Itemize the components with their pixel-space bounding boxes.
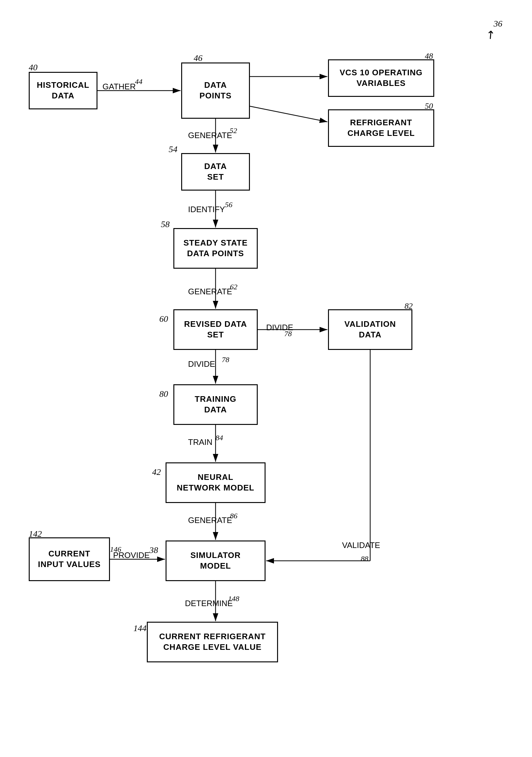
ref-148: 148	[228, 594, 239, 603]
generate-label-86: GENERATE	[188, 516, 232, 525]
figure-number: 36	[493, 19, 502, 29]
steady-state-box: STEADY STATEDATA POINTS	[173, 228, 258, 269]
ref-88: 88	[361, 555, 368, 563]
refrigerant-charge-box: REFRIGERANTCHARGE LEVEL	[328, 109, 434, 147]
ref-52: 52	[230, 127, 237, 135]
simulator-model-box: SIMULATORMODEL	[165, 540, 266, 581]
revised-data-set-box: REVISED DATASET	[173, 309, 258, 350]
ref-146: 146	[110, 545, 121, 554]
ref-56: 56	[225, 200, 232, 209]
ref-80: 80	[159, 389, 168, 399]
generate-label-62: GENERATE	[188, 287, 232, 296]
current-refrigerant-box: CURRENT REFRIGERANTCHARGE LEVEL VALUE	[147, 622, 278, 662]
ref-48: 48	[425, 51, 433, 61]
data-set-box: DATASET	[181, 153, 250, 191]
ref-142: 142	[29, 529, 42, 539]
identify-label: IDENTIFY	[188, 205, 225, 214]
ref-50: 50	[425, 102, 433, 111]
ref-46: 46	[194, 53, 202, 63]
ref-86: 86	[230, 512, 237, 520]
svg-line-3	[250, 106, 327, 122]
ref-44: 44	[135, 77, 142, 86]
ref-78a: 78	[284, 330, 292, 338]
ref-54: 54	[169, 144, 177, 154]
train-label: TRAIN	[188, 438, 212, 447]
determine-label: DETERMINE	[185, 599, 233, 608]
ref-38: 38	[149, 545, 158, 555]
ref-62: 62	[230, 283, 237, 291]
current-inputs-box: CURRENTINPUT VALUES	[29, 537, 110, 581]
ref-78b: 78	[222, 355, 229, 364]
historical-data-box: HISTORICAL DATA	[29, 72, 98, 109]
validate-label: VALIDATE	[342, 540, 380, 550]
diagram-container: 36 ↗ HISTORICAL DATA 40 GATHER 44 DATAPO…	[0, 0, 532, 757]
validation-data-box: VALIDATIONDATA	[328, 309, 412, 350]
ref-40: 40	[29, 63, 38, 73]
ref-60: 60	[159, 314, 168, 324]
neural-network-box: NEURALNETWORK MODEL	[165, 462, 266, 503]
ref-58: 58	[161, 219, 170, 229]
generate-label-52: GENERATE	[188, 131, 232, 140]
vcs-operating-box: VCS 10 OPERATINGVARIABLES	[328, 59, 434, 97]
ref-84: 84	[216, 434, 223, 442]
ref-42: 42	[152, 467, 161, 477]
data-points-box: DATAPOINTS	[181, 63, 250, 119]
divide-label-training: DIVIDE	[188, 359, 215, 369]
ref-82: 82	[404, 301, 413, 311]
training-data-box: TRAININGDATA	[173, 384, 258, 425]
figure-arrow: ↗	[483, 27, 498, 43]
ref-144: 144	[133, 623, 146, 633]
gather-label: GATHER	[103, 82, 135, 92]
